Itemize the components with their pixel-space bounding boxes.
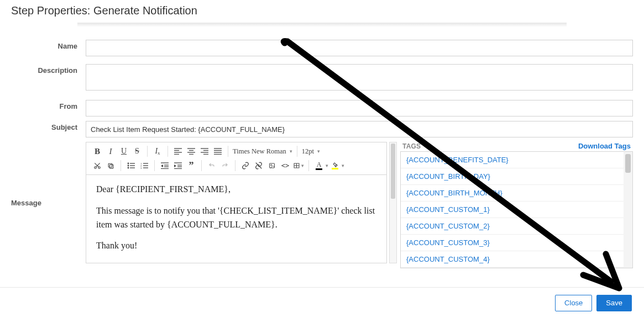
tags-panel: TAGS Download Tags {ACCOUNT_BENEFITS_DAT… bbox=[400, 142, 633, 268]
outdent-button[interactable] bbox=[158, 160, 171, 172]
table-button[interactable]: ▾ bbox=[292, 160, 305, 172]
tags-title: TAGS bbox=[402, 142, 421, 150]
text-color-button[interactable]: A bbox=[312, 160, 326, 172]
row-message: Message B I U S bbox=[11, 142, 633, 268]
align-right-button[interactable] bbox=[198, 145, 211, 157]
tags-list: {ACCOUNT_BENEFITS_DATE} {ACCOUNT_BIRTH_D… bbox=[401, 152, 624, 268]
tag-item[interactable]: {ACCOUNT_CUSTOM_1} bbox=[401, 202, 624, 218]
blockquote-button[interactable]: ” bbox=[185, 160, 198, 172]
undo-button[interactable] bbox=[205, 160, 218, 172]
code-view-button[interactable]: <> bbox=[279, 160, 292, 172]
label-description: Description bbox=[11, 64, 86, 75]
rich-text-editor: B I U S Ix bbox=[86, 142, 387, 263]
label-from: From bbox=[11, 100, 86, 110]
subject-input[interactable] bbox=[86, 121, 633, 137]
font-family-value: Times New Roman bbox=[233, 147, 286, 156]
editor-line: This message is to notify you that '{CHE… bbox=[96, 204, 376, 232]
download-tags-link[interactable]: Download Tags bbox=[578, 142, 631, 150]
from-input[interactable] bbox=[86, 100, 633, 116]
chevron-down-icon: ▾ bbox=[317, 149, 320, 154]
dialog-title: Step Properties: Generate Notification bbox=[0, 0, 644, 23]
unlink-button[interactable] bbox=[252, 160, 265, 172]
align-center-button[interactable] bbox=[185, 145, 198, 157]
svg-rect-20 bbox=[109, 165, 113, 168]
row-from: From bbox=[11, 100, 633, 116]
align-left-button[interactable] bbox=[171, 145, 185, 157]
font-family-dropdown[interactable]: Times New Roman ▾ bbox=[229, 145, 296, 157]
tag-item[interactable]: {ACCOUNT_CUSTOM_4} bbox=[401, 251, 624, 268]
indent-button[interactable] bbox=[171, 160, 185, 172]
name-input[interactable] bbox=[86, 40, 633, 56]
tag-item[interactable]: {ACCOUNT_BENEFITS_DATE} bbox=[401, 152, 624, 168]
tag-item[interactable]: {ACCOUNT_CUSTOM_3} bbox=[401, 235, 624, 251]
tag-item[interactable]: {ACCOUNT_BIRTH_DAY} bbox=[401, 168, 624, 185]
dialog-footer: Close Save bbox=[0, 287, 644, 318]
svg-marker-38 bbox=[161, 165, 163, 167]
bold-button[interactable]: B bbox=[91, 145, 104, 157]
label-message: Message bbox=[11, 142, 86, 263]
scrollbar-thumb[interactable] bbox=[625, 154, 631, 173]
scrollbar-thumb[interactable] bbox=[391, 144, 395, 199]
highlight-button[interactable] bbox=[328, 160, 342, 172]
font-size-dropdown[interactable]: 12pt ▾ bbox=[299, 145, 323, 157]
svg-point-24 bbox=[128, 167, 129, 169]
editor-line: {CURRENT_DATE_TIME} bbox=[96, 261, 376, 263]
svg-point-23 bbox=[128, 165, 129, 167]
editor-line: Thank you! bbox=[96, 239, 376, 253]
row-name: Name bbox=[11, 40, 633, 56]
description-input[interactable] bbox=[86, 64, 633, 91]
link-button[interactable] bbox=[239, 160, 252, 172]
svg-point-22 bbox=[128, 163, 129, 165]
clear-format-button[interactable]: Ix bbox=[151, 145, 164, 157]
svg-point-46 bbox=[271, 165, 272, 166]
editor-content[interactable]: Dear {RECIPIENT_FIRST_NAME}, This messag… bbox=[86, 175, 386, 263]
chevron-down-icon: ▾ bbox=[290, 149, 292, 154]
image-button[interactable] bbox=[265, 160, 279, 172]
row-description: Description bbox=[11, 64, 633, 92]
unordered-list-button[interactable] bbox=[124, 160, 138, 172]
save-button[interactable]: Save bbox=[596, 295, 632, 311]
underline-button[interactable]: U bbox=[117, 145, 130, 157]
cut-button[interactable] bbox=[91, 160, 104, 172]
italic-button[interactable]: I bbox=[104, 145, 117, 157]
editor-line: Dear {RECIPIENT_FIRST_NAME}, bbox=[96, 183, 376, 197]
align-justify-button[interactable] bbox=[211, 145, 224, 157]
form-area: Name Description From Subject Message bbox=[0, 27, 644, 268]
tag-item[interactable]: {ACCOUNT_CUSTOM_2} bbox=[401, 218, 624, 235]
chevron-down-icon: ▾ bbox=[301, 163, 304, 168]
redo-button[interactable] bbox=[218, 160, 232, 172]
header-shadow bbox=[77, 23, 567, 27]
svg-rect-21 bbox=[108, 163, 112, 167]
strike-button[interactable]: S bbox=[130, 145, 144, 157]
label-subject: Subject bbox=[11, 121, 86, 131]
row-subject: Subject bbox=[11, 121, 633, 137]
font-size-value: 12pt bbox=[302, 147, 314, 156]
chevron-down-icon[interactable]: ▾ bbox=[342, 163, 344, 168]
svg-text:3: 3 bbox=[140, 167, 142, 169]
tag-item[interactable]: {ACCOUNT_BIRTH_MONTH} bbox=[401, 185, 624, 202]
editor-toolbar: B I U S Ix bbox=[86, 142, 386, 175]
close-button[interactable]: Close bbox=[555, 295, 592, 311]
ordered-list-button[interactable]: 123 bbox=[138, 160, 151, 172]
svg-rect-45 bbox=[270, 163, 275, 168]
svg-marker-43 bbox=[174, 165, 176, 167]
copy-button[interactable] bbox=[104, 160, 117, 172]
tags-scrollbar[interactable] bbox=[624, 152, 632, 268]
editor-scrollbar[interactable] bbox=[389, 142, 397, 263]
label-name: Name bbox=[11, 40, 86, 50]
